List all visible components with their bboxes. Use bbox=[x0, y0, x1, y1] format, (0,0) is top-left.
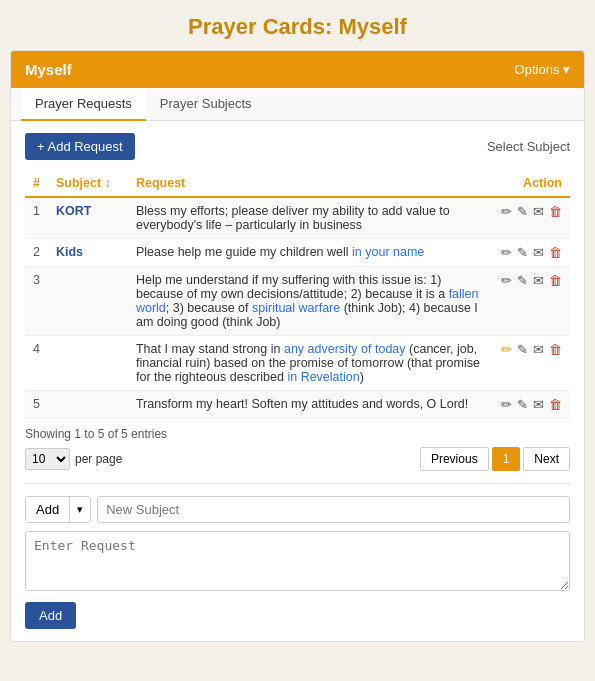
row-5-actions: ✏ ✎ ✉ 🗑 bbox=[490, 391, 570, 419]
row-5-num: 5 bbox=[25, 391, 48, 419]
add-request-button[interactable]: + Add Request bbox=[25, 133, 135, 160]
pencil-icon[interactable]: ✎ bbox=[517, 245, 528, 260]
new-subject-input[interactable] bbox=[97, 496, 570, 523]
table-row: 3 Help me understand if my suffering wit… bbox=[25, 267, 570, 336]
per-page-selector: 10 25 50 per page bbox=[25, 448, 122, 470]
options-button[interactable]: Options ▾ bbox=[515, 62, 570, 77]
enter-request-textarea[interactable] bbox=[25, 531, 570, 591]
email-icon[interactable]: ✉ bbox=[533, 204, 544, 219]
page-title: Prayer Cards: Myself bbox=[0, 0, 595, 50]
previous-button[interactable]: Previous bbox=[420, 447, 489, 471]
pagination-info: Showing 1 to 5 of 5 entries bbox=[25, 427, 570, 441]
row-2-subject: Kids bbox=[48, 239, 128, 267]
email-icon[interactable]: ✉ bbox=[533, 342, 544, 357]
row-4-num: 4 bbox=[25, 336, 48, 391]
row-2-request: Please help me guide my children well in… bbox=[128, 239, 490, 267]
delete-icon[interactable]: 🗑 bbox=[549, 342, 562, 357]
select-subject-label: Select Subject bbox=[487, 139, 570, 154]
edit-icon[interactable]: ✏ bbox=[501, 245, 512, 260]
add-split-button: Add ▾ bbox=[25, 496, 91, 523]
delete-icon[interactable]: 🗑 bbox=[549, 245, 562, 260]
row-4-subject bbox=[48, 336, 128, 391]
table-row: 1 KORT Bless my efforts; please deliver … bbox=[25, 197, 570, 239]
col-subject: Subject ↕ bbox=[48, 170, 128, 197]
add-split-dropdown-button[interactable]: ▾ bbox=[70, 497, 90, 522]
add-subject-row: Add ▾ bbox=[25, 496, 570, 523]
pencil-icon[interactable]: ✎ bbox=[517, 273, 528, 288]
email-icon[interactable]: ✉ bbox=[533, 245, 544, 260]
email-icon[interactable]: ✉ bbox=[533, 397, 544, 412]
pencil-icon[interactable]: ✎ bbox=[517, 342, 528, 357]
edit-icon[interactable]: ✏ bbox=[501, 204, 512, 219]
col-request: Request bbox=[128, 170, 490, 197]
pencil-icon[interactable]: ✎ bbox=[517, 204, 528, 219]
tab-prayer-requests[interactable]: Prayer Requests bbox=[21, 88, 146, 121]
prayer-requests-table: # Subject ↕ Request Action 1 KORT Bless … bbox=[25, 170, 570, 419]
delete-icon[interactable]: 🗑 bbox=[549, 397, 562, 412]
tab-content: + Add Request Select Subject # Subject ↕… bbox=[11, 121, 584, 641]
row-5-subject bbox=[48, 391, 128, 419]
table-row: 5 Transform my heart! Soften my attitude… bbox=[25, 391, 570, 419]
row-1-request: Bless my efforts; please deliver my abil… bbox=[128, 197, 490, 239]
col-num: # bbox=[25, 170, 48, 197]
tab-bar: Prayer Requests Prayer Subjects bbox=[11, 88, 584, 121]
tab-prayer-subjects[interactable]: Prayer Subjects bbox=[146, 88, 266, 121]
row-4-actions: ✏ ✎ ✉ 🗑 bbox=[490, 336, 570, 391]
toolbar: + Add Request Select Subject bbox=[25, 133, 570, 160]
card-header-title: Myself bbox=[25, 61, 72, 78]
edit-icon[interactable]: ✏ bbox=[501, 342, 512, 357]
edit-icon[interactable]: ✏ bbox=[501, 273, 512, 288]
per-page-label: per page bbox=[75, 452, 122, 466]
prayer-cards-card: Myself Options ▾ Prayer Requests Prayer … bbox=[10, 50, 585, 642]
table-row: 2 Kids Please help me guide my children … bbox=[25, 239, 570, 267]
add-split-main-button[interactable]: Add bbox=[26, 497, 70, 522]
col-action: Action bbox=[490, 170, 570, 197]
row-5-request: Transform my heart! Soften my attitudes … bbox=[128, 391, 490, 419]
delete-icon[interactable]: 🗑 bbox=[549, 204, 562, 219]
form-divider bbox=[25, 483, 570, 484]
delete-icon[interactable]: 🗑 bbox=[549, 273, 562, 288]
row-2-num: 2 bbox=[25, 239, 48, 267]
pagination-buttons: Previous 1 Next bbox=[420, 447, 570, 471]
pencil-icon[interactable]: ✎ bbox=[517, 397, 528, 412]
row-2-actions: ✏ ✎ ✉ 🗑 bbox=[490, 239, 570, 267]
email-icon[interactable]: ✉ bbox=[533, 273, 544, 288]
row-1-subject: KORT bbox=[48, 197, 128, 239]
edit-icon[interactable]: ✏ bbox=[501, 397, 512, 412]
row-3-num: 3 bbox=[25, 267, 48, 336]
row-3-subject bbox=[48, 267, 128, 336]
pagination-bar: 10 25 50 per page Previous 1 Next bbox=[25, 447, 570, 471]
submit-add-button[interactable]: Add bbox=[25, 602, 76, 629]
card-header: Myself Options ▾ bbox=[11, 51, 584, 88]
per-page-select[interactable]: 10 25 50 bbox=[25, 448, 70, 470]
table-header-row: # Subject ↕ Request Action bbox=[25, 170, 570, 197]
row-4-request: That I may stand strong in any adversity… bbox=[128, 336, 490, 391]
row-1-num: 1 bbox=[25, 197, 48, 239]
row-3-actions: ✏ ✎ ✉ 🗑 bbox=[490, 267, 570, 336]
row-1-actions: ✏ ✎ ✉ 🗑 bbox=[490, 197, 570, 239]
next-button[interactable]: Next bbox=[523, 447, 570, 471]
page-1-button[interactable]: 1 bbox=[492, 447, 521, 471]
table-row: 4 That I may stand strong in any adversi… bbox=[25, 336, 570, 391]
row-3-request: Help me understand if my suffering with … bbox=[128, 267, 490, 336]
